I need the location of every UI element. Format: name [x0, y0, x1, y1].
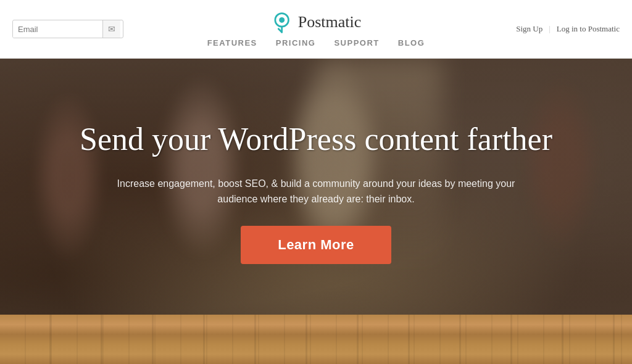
logo-text: Postmatic	[298, 13, 362, 31]
nav-pricing[interactable]: PRICING	[276, 38, 316, 48]
nav-blog[interactable]: BLOG	[398, 38, 425, 48]
hero-section: Send your WordPress content farther Incr…	[0, 59, 632, 364]
email-submit-button[interactable]: ✉	[102, 20, 120, 38]
header-divider: |	[549, 24, 551, 34]
header-left: ✉	[12, 20, 148, 38]
header-center: Postmatic FEATURES PRICING SUPPORT BLOG	[207, 11, 425, 48]
signup-link[interactable]: Sign Up	[516, 24, 543, 34]
learn-more-button[interactable]: Learn More	[241, 226, 391, 264]
email-input[interactable]	[13, 21, 102, 38]
logo-wrapper: Postmatic	[271, 11, 362, 33]
svg-point-1	[279, 17, 285, 22]
nav-support[interactable]: SUPPORT	[334, 38, 379, 48]
email-subscribe-wrapper: ✉	[12, 20, 123, 38]
header-right: Sign Up | Log in to Postmatic	[516, 24, 620, 34]
site-header: ✉ Postmatic FEATURES PRICING SUPPORT BLO…	[0, 0, 632, 59]
logo-icon	[271, 11, 293, 33]
hero-content: Send your WordPress content farther Incr…	[30, 122, 602, 263]
login-link[interactable]: Log in to Postmatic	[557, 24, 620, 34]
nav-features[interactable]: FEATURES	[207, 38, 257, 48]
hero-table	[0, 315, 632, 364]
email-icon: ✉	[108, 24, 115, 34]
hero-subtext: Increase engagement, boost SEO, & build …	[100, 176, 532, 207]
hero-headline: Send your WordPress content farther	[80, 122, 552, 157]
main-nav: FEATURES PRICING SUPPORT BLOG	[207, 38, 425, 48]
